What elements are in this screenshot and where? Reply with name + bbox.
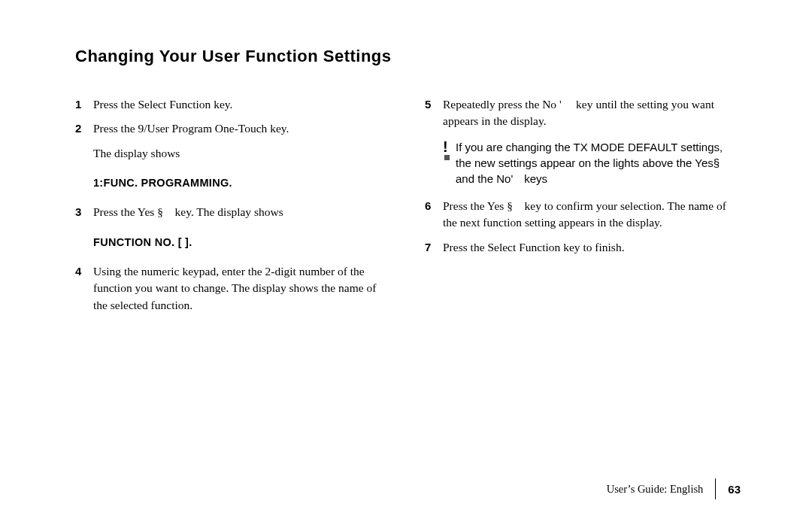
- display-text-2: FUNCTION NO. [ ].: [93, 236, 391, 248]
- step-text: Using the numeric keypad, enter the 2-di…: [93, 263, 391, 314]
- section-heading: Changing Your User Function Settings: [75, 47, 741, 66]
- display-text-1: 1:FUNC. PROGRAMMING.: [93, 177, 391, 189]
- right-column: 5 Repeatedly press the No ' key until th…: [425, 96, 741, 321]
- step-3: 3 Press the Yes § key. The display shows: [75, 204, 391, 220]
- step-number: 3: [75, 204, 89, 220]
- content-columns: 1 Press the Select Function key. 2 Press…: [75, 96, 741, 321]
- step-text: Press the 9/User Program One-Touch key.: [93, 120, 289, 137]
- step-text: Press the Yes § key. The display shows: [93, 204, 283, 220]
- footer-label: User’s Guide: English: [607, 483, 716, 496]
- important-icon: !: [443, 139, 450, 187]
- step-number: 7: [425, 239, 438, 256]
- step-1: 1 Press the Select Function key.: [75, 96, 391, 113]
- step-5: 5 Repeatedly press the No ' key until th…: [425, 96, 741, 130]
- step-7: 7 Press the Select Function key to finis…: [425, 239, 741, 256]
- step-2: 2 Press the 9/User Program One-Touch key…: [75, 120, 391, 137]
- note-text: If you are changing the TX MODE DEFAULT …: [456, 139, 741, 187]
- step-text: Press the Yes § key to confirm your sele…: [443, 198, 741, 232]
- step-text: Press the Select Function key.: [93, 96, 232, 113]
- step-text: Press the Select Function key to finish.: [443, 239, 625, 256]
- page-footer: User’s Guide: English 63: [607, 478, 741, 499]
- note-block: ! If you are changing the TX MODE DEFAUL…: [443, 139, 741, 187]
- left-column: 1 Press the Select Function key. 2 Press…: [75, 96, 391, 321]
- page-number: 63: [716, 483, 741, 496]
- step-4: 4 Using the numeric keypad, enter the 2-…: [75, 263, 391, 314]
- step-2-continuation: The display shows: [93, 145, 391, 162]
- step-6: 6 Press the Yes § key to confirm your se…: [425, 198, 741, 232]
- step-text: Repeatedly press the No ' key until the …: [443, 96, 741, 130]
- step-number: 5: [425, 96, 438, 130]
- step-number: 2: [75, 120, 89, 137]
- step-number: 4: [75, 263, 89, 314]
- step-number: 6: [425, 198, 438, 232]
- step-number: 1: [75, 96, 89, 113]
